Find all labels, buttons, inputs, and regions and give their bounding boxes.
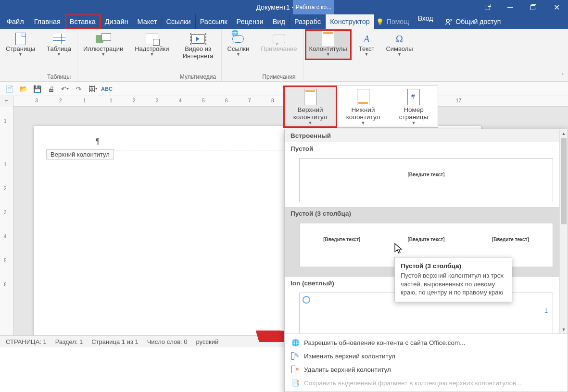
tooltip-title: Пустой (3 столбца): [401, 262, 506, 270]
addins-icon: [144, 33, 160, 45]
omega-icon: Ω: [392, 33, 407, 45]
symbols-button[interactable]: Ω Символы ▼: [383, 31, 416, 59]
header-dropdown[interactable]: Верхний колонтитул▼: [284, 86, 337, 127]
text-icon: A: [359, 33, 374, 45]
group-comments-label: Примечания: [262, 74, 295, 81]
status-language[interactable]: русский: [196, 338, 219, 345]
open-button[interactable]: 📂: [19, 85, 27, 93]
insert-picture-button[interactable]: 🖼▾: [88, 85, 97, 93]
menu-save-selection: 📑 Сохранить выделенный фрагмент в коллек…: [285, 376, 568, 390]
status-section[interactable]: Раздел: 1: [55, 338, 83, 345]
contextual-tab-label: Работа с ко...: [293, 0, 334, 14]
tab-developer[interactable]: Разрабс: [290, 14, 326, 29]
share-icon: [445, 18, 453, 25]
menu-save-label: Сохранить выделенный фрагмент в коллекци…: [304, 380, 522, 387]
addins-button[interactable]: Надстройки ▼: [132, 31, 172, 59]
tab-layout[interactable]: Макет: [133, 14, 162, 29]
chevron-down-icon: ▼: [101, 52, 105, 57]
template-empty[interactable]: [Введите текст]: [299, 158, 553, 202]
online-video-button[interactable]: Видео из Интернета: [178, 31, 218, 62]
chevron-down-icon: ▼: [326, 52, 330, 57]
spelling-button[interactable]: ABC: [102, 85, 111, 93]
page-number-dropdown[interactable]: Номер страницы▼: [390, 86, 438, 127]
tab-review[interactable]: Рецензи: [232, 14, 268, 29]
table-button[interactable]: Таблица ▼: [44, 31, 74, 59]
comment-icon: [271, 33, 287, 45]
edit-icon: [291, 352, 299, 360]
gallery-menu-footer: 🌐 Разрешить обновление контента с сайта …: [285, 333, 568, 392]
group-label-blank: [20, 74, 21, 81]
status-page-count[interactable]: Страница 1 из 1: [91, 338, 138, 345]
template-placeholder: [Введите текст]: [300, 159, 553, 177]
tab-view[interactable]: Вид: [268, 14, 290, 29]
tab-design[interactable]: Дизайн: [101, 14, 133, 29]
undo-button[interactable]: ↶▾: [61, 85, 69, 93]
video-label: Видео из Интернета: [181, 46, 215, 60]
header-footer-icon: [320, 33, 336, 45]
close-button[interactable]: ✕: [545, 0, 568, 14]
menu-remove-header[interactable]: Удалить верхний колонтитул: [285, 363, 568, 376]
tab-references[interactable]: Ссылки: [162, 14, 196, 29]
link-icon: [230, 33, 246, 45]
footer-label: Нижний колонтитул: [341, 106, 385, 121]
tab-design-tools[interactable]: Конструктор: [326, 14, 374, 29]
vertical-ruler[interactable]: 1 1 2 3 4 5 6: [0, 107, 13, 342]
ion-page-number: 1: [544, 307, 548, 314]
share-button[interactable]: Общий доступ: [440, 14, 505, 29]
lightbulb-icon: 💡: [376, 18, 384, 25]
text-button[interactable]: A Текст ▼: [356, 31, 378, 59]
tooltip-body: Пустой верхний колонтитул из трех частей…: [401, 271, 506, 297]
status-page[interactable]: СТРАНИЦА: 1: [6, 338, 47, 345]
paragraph-mark: ¶: [96, 137, 99, 146]
menu-edit-label: Изменить верхний колонтитул: [304, 353, 395, 360]
delete-icon: [291, 366, 299, 373]
scrollbar-thumb[interactable]: [561, 138, 567, 224]
menu-update-label: Разрешить обновление контента с сайта Of…: [304, 339, 466, 346]
gallery-scrollbar[interactable]: ▲ ▼: [559, 129, 568, 333]
header-footer-button[interactable]: Колонтитулы ▼: [306, 31, 350, 59]
chevron-down-icon: ▼: [236, 52, 240, 57]
redo-button[interactable]: ↷: [75, 85, 83, 93]
scroll-up-icon[interactable]: ▲: [560, 129, 568, 137]
status-word-count[interactable]: Число слов: 0: [147, 338, 188, 345]
header-footer-submenu: Верхний колонтитул▼ Нижний колонтитул▼ Н…: [283, 86, 438, 128]
share-label: Общий доступ: [455, 18, 501, 25]
svg-point-0: [446, 19, 449, 22]
section-built-in: Встроенный: [285, 129, 568, 142]
cloud-icon: 🌐: [291, 339, 299, 346]
scroll-down-icon[interactable]: ▼: [560, 325, 568, 333]
sign-in-button[interactable]: Вход: [418, 14, 433, 29]
ruler-corner[interactable]: ⊏: [0, 96, 13, 107]
video-icon: [190, 33, 206, 45]
minimize-button[interactable]: —: [499, 0, 522, 14]
ribbon: Страницы ▼ Таблица ▼ Таблицы Иллюстрации…: [0, 29, 568, 82]
tab-insert[interactable]: Вставка: [65, 14, 101, 29]
restore-button[interactable]: [522, 0, 545, 14]
page-icon: [13, 33, 28, 45]
comment-button[interactable]: Примечание: [258, 31, 300, 55]
tab-mailings[interactable]: Рассылк: [196, 14, 232, 29]
template-placeholder-center: [Введите текст]: [408, 237, 445, 242]
chevron-down-icon: ▼: [57, 52, 61, 57]
template-placeholder-right: [Введите текст]: [492, 237, 529, 242]
menu-allow-office-update[interactable]: 🌐 Разрешить обновление контента с сайта …: [285, 336, 568, 349]
collapse-ribbon-button[interactable]: ˄: [561, 73, 564, 79]
save-button[interactable]: 💾: [33, 85, 41, 93]
tab-home[interactable]: Главная: [30, 14, 65, 29]
section-empty3-title: Пустой (3 столбца): [285, 207, 568, 220]
links-button[interactable]: Ссылки ▼: [225, 31, 252, 59]
quick-print-button[interactable]: 🖨: [47, 85, 55, 93]
title-bar: Документ1 - Word Работа с ко... — ✕: [0, 0, 568, 14]
group-tables-label: Таблицы: [47, 74, 71, 81]
ribbon-display-options-icon[interactable]: [476, 0, 499, 14]
chevron-down-icon: ▼: [365, 52, 369, 57]
footer-icon: [353, 89, 373, 105]
tell-me-search[interactable]: 💡 Помощ: [376, 14, 409, 29]
footer-dropdown[interactable]: Нижний колонтитул▼: [337, 86, 390, 127]
tab-file[interactable]: Файл: [0, 14, 28, 29]
menu-edit-header[interactable]: Изменить верхний колонтитул: [285, 349, 568, 363]
header-label: Верхний колонтитул: [289, 106, 332, 121]
pages-button[interactable]: Страницы ▼: [3, 31, 38, 59]
new-doc-button[interactable]: 📄: [5, 85, 13, 93]
illustrations-button[interactable]: Иллюстрации ▼: [80, 31, 126, 59]
